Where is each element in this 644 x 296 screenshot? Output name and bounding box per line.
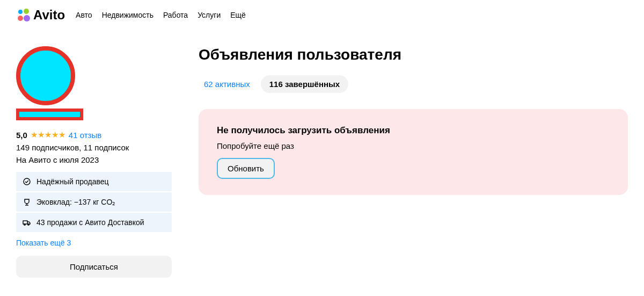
avatar	[16, 46, 172, 120]
show-more-link[interactable]: Показать ещё 3	[16, 239, 172, 247]
svg-point-1	[24, 9, 29, 14]
svg-point-0	[18, 10, 23, 14]
truck-icon	[23, 218, 31, 227]
nav: Авто Недвижимость Работа Услуги Ещё	[76, 11, 246, 19]
nav-realty[interactable]: Недвижимость	[102, 11, 153, 19]
logo-text: Avito	[33, 8, 65, 23]
tab-completed[interactable]: 116 завершённых	[261, 75, 348, 93]
nav-services[interactable]: Услуги	[197, 11, 221, 19]
subscribe-button[interactable]: Подписаться	[16, 256, 172, 278]
main: Объявления пользователя 62 активных 116 …	[199, 46, 628, 278]
svg-point-6	[24, 224, 26, 226]
error-box: Не получилось загрузить объявления Попро…	[199, 109, 628, 195]
badge-eco: Эковклад: −137 кг CO₂	[16, 192, 172, 212]
svg-point-4	[24, 178, 30, 185]
error-subtitle: Попробуйте ещё раз	[217, 141, 610, 150]
reviews-link[interactable]: 41 отзыв	[69, 131, 101, 140]
content: 5,0 ★★★★★ 41 отзыв 149 подписчиков, 11 п…	[0, 30, 644, 294]
refresh-button[interactable]: Обновить	[217, 158, 275, 179]
svg-rect-5	[23, 221, 27, 224]
nav-more[interactable]: Ещё	[230, 11, 246, 19]
svg-point-3	[24, 15, 30, 21]
stars-icon: ★★★★★	[31, 130, 65, 140]
check-shield-icon	[23, 177, 31, 186]
svg-point-2	[18, 16, 23, 21]
logo[interactable]: Avito	[16, 8, 65, 23]
rating-value: 5,0	[16, 131, 27, 140]
trophy-icon	[23, 198, 31, 206]
svg-point-7	[28, 224, 30, 226]
avatar-circle	[16, 46, 75, 105]
error-title: Не получилось загрузить объявления	[217, 125, 610, 136]
nav-auto[interactable]: Авто	[76, 11, 92, 19]
badge-reliable: Надёжный продавец	[16, 172, 172, 191]
logo-dots-icon	[16, 8, 31, 23]
rating-line: 5,0 ★★★★★ 41 отзыв	[16, 130, 172, 140]
tab-active[interactable]: 62 активных	[199, 75, 255, 93]
badge-delivery: 43 продажи с Авито Доставкой	[16, 213, 172, 232]
nav-jobs[interactable]: Работа	[163, 11, 188, 19]
tabs: 62 активных 116 завершённых	[199, 75, 628, 93]
subscribers-line: 149 подписчиков, 11 подписок	[16, 143, 172, 152]
since-line: На Авито с июля 2023	[16, 155, 172, 164]
badge-label: Эковклад: −137 кг CO₂	[36, 198, 115, 206]
header: Avito Авто Недвижимость Работа Услуги Ещ…	[0, 0, 644, 30]
page-title: Объявления пользователя	[199, 46, 628, 63]
avatar-name-bar	[16, 109, 83, 120]
badges-list: Надёжный продавец Эковклад: −137 кг CO₂ …	[16, 172, 172, 232]
badge-label: Надёжный продавец	[36, 177, 109, 186]
badge-label: 43 продажи с Авито Доставкой	[36, 218, 144, 227]
sidebar: 5,0 ★★★★★ 41 отзыв 149 подписчиков, 11 п…	[16, 46, 172, 278]
